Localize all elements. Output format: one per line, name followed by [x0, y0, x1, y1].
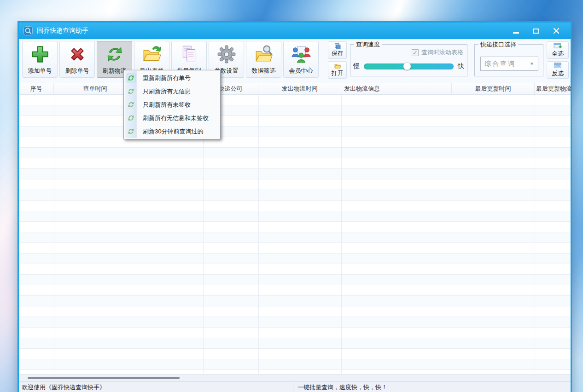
select-all-icon	[554, 43, 562, 50]
column-header-last-update-time[interactable]: 最后更新时间	[452, 83, 535, 94]
save-icon	[334, 43, 341, 50]
courier-interface-panel: 快递接口选择 综合查询 ▼	[474, 44, 543, 76]
table-body	[19, 95, 571, 374]
status-welcome-text: 欢迎使用《固乔快递查询快手》	[19, 383, 293, 392]
add-order-button[interactable]: 添加单号	[22, 41, 58, 78]
close-icon	[553, 28, 560, 34]
column-divider	[54, 95, 54, 374]
button-label: 保存	[332, 50, 343, 58]
toolbar: 添加单号 删除单号 刷新物流	[19, 39, 571, 83]
delete-icon	[67, 44, 87, 64]
selected-option: 综合查询	[484, 60, 516, 68]
column-header-last-update-info[interactable]: 最后更新物流	[535, 83, 571, 94]
menu-item-refresh-unsigned[interactable]: 只刷新所有未签收	[124, 98, 220, 111]
menu-item-label: 重新刷新所有单号	[143, 74, 191, 82]
horizontal-scrollbar-thumb[interactable]	[28, 377, 180, 379]
invert-selection-icon	[554, 63, 562, 69]
menu-item-label: 刷新所有无信息和未签收	[143, 114, 209, 122]
button-label: 打开	[332, 69, 343, 77]
button-label: 刷新物流	[103, 67, 127, 75]
gear-icon	[216, 44, 237, 64]
scroll-table-checkbox-row[interactable]: ✓ 查询时滚动表格	[412, 48, 463, 57]
menu-item-refresh-no-info[interactable]: 只刷新所有无信息	[124, 85, 220, 98]
refresh-icon	[127, 100, 135, 109]
interface-select[interactable]: 综合查询 ▼	[480, 57, 538, 71]
column-divider	[341, 95, 342, 374]
member-center-button[interactable]: 会员中心	[283, 41, 319, 78]
menu-item-refresh-all[interactable]: 重新刷新所有单号	[124, 71, 220, 85]
copy-icon	[179, 44, 199, 64]
window-title: 固乔快递查询助手	[37, 27, 88, 35]
menu-item-label: 只刷新所有无信息	[143, 87, 191, 96]
refresh-context-menu: 重新刷新所有单号 只刷新所有无信息 只刷新所	[123, 70, 221, 139]
refresh-icon	[127, 87, 135, 96]
panel-title: 查询速度	[354, 40, 382, 49]
speed-slider-thumb[interactable]	[403, 63, 411, 70]
data-filter-button[interactable]: 数据筛选	[246, 41, 281, 78]
column-header-dispatch-info[interactable]: 发出物流信息	[341, 83, 452, 94]
app-window: 固乔快递查询助手 添加单号	[17, 21, 572, 392]
menu-item-refresh-30min[interactable]: 刷新30分钟前查询过的	[124, 125, 220, 138]
delete-order-button[interactable]: 删除单号	[59, 41, 95, 78]
menu-item-refresh-no-info-and-unsigned[interactable]: 刷新所有无信息和未签收	[124, 111, 220, 125]
close-button[interactable]	[549, 25, 563, 37]
open-icon	[334, 63, 341, 69]
save-button[interactable]: 保存	[328, 41, 347, 59]
scroll-table-checkbox[interactable]: ✓	[412, 49, 419, 56]
button-label: 会员中心	[289, 67, 313, 75]
export-icon	[142, 44, 162, 64]
status-slogan-text: 一键批量查询，速度快，快，快！	[293, 383, 387, 392]
query-speed-panel: 查询速度 ✓ 查询时滚动表格 慢 快	[350, 44, 467, 76]
refresh-icon	[105, 44, 125, 64]
desktop-wallpaper: 固乔快递查询助手 添加单号	[0, 0, 583, 392]
invert-selection-button[interactable]: 反选	[547, 61, 569, 79]
refresh-icon	[127, 74, 135, 82]
table-header: 序号 查单时间 快递公司 发出物流时间 发出物流信息 最后更新时间 最后更新物流	[19, 83, 571, 95]
panel-title: 快递接口选择	[478, 40, 518, 49]
column-header-seq[interactable]: 序号	[19, 83, 54, 94]
minimize-icon	[513, 32, 519, 34]
app-logo-icon	[23, 26, 33, 35]
check-icon: ✓	[413, 50, 418, 56]
refresh-icon	[127, 127, 135, 136]
members-icon	[291, 44, 311, 64]
filter-icon	[254, 44, 274, 64]
horizontal-scrollbar[interactable]	[19, 374, 571, 381]
maximize-icon	[533, 29, 539, 34]
column-divider	[258, 95, 259, 374]
menu-item-label: 刷新30分钟前查询过的	[143, 127, 203, 136]
minimize-button[interactable]	[509, 25, 523, 37]
menu-item-label: 只刷新所有未签收	[143, 101, 191, 109]
status-bar: 欢迎使用《固乔快递查询快手》 一键批量查询，速度快，快，快！	[19, 381, 571, 392]
column-header-dispatch-time[interactable]: 发出物流时间	[258, 83, 341, 94]
add-icon	[30, 44, 50, 64]
button-label: 删除单号	[65, 67, 89, 75]
fast-label: 快	[458, 62, 464, 70]
button-label: 全选	[552, 50, 564, 58]
open-button[interactable]: 打开	[328, 61, 347, 79]
slow-label: 慢	[353, 62, 360, 70]
chevron-down-icon: ▼	[530, 61, 534, 66]
column-divider	[452, 95, 452, 374]
maximize-button[interactable]	[529, 25, 543, 37]
button-label: 添加单号	[28, 67, 52, 75]
button-label: 数据筛选	[252, 67, 276, 75]
checkbox-label: 查询时滚动表格	[421, 48, 463, 57]
select-all-button[interactable]: 全选	[547, 41, 569, 59]
title-bar[interactable]: 固乔快递查询助手	[19, 23, 571, 39]
column-divider	[535, 95, 535, 374]
refresh-icon	[127, 114, 135, 122]
button-label: 反选	[552, 69, 564, 78]
speed-slider[interactable]	[364, 63, 454, 69]
